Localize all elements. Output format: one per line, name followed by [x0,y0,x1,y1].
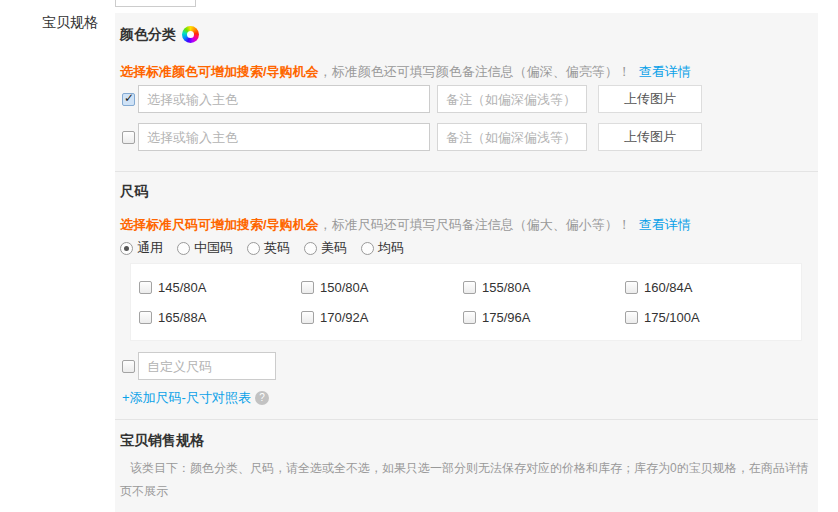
color-row: 上传图片 [120,85,818,113]
color-section-header: 颜色分类 [120,13,818,43]
size-label: 155/80A [482,280,530,295]
help-question-icon[interactable]: ? [255,391,269,405]
size-checkbox[interactable] [625,311,638,324]
size-option[interactable]: 175/96A [463,310,625,325]
radio-label: 中国码 [194,239,233,257]
add-size-chart-row: +添加尺码-尺寸对照表 ? [122,389,818,407]
color-category-section: 颜色分类 选择标准颜色可增加搜索/导购机会，标准颜色还可填写颜色备注信息（偏深、… [115,13,818,151]
size-standard-radios: 通用 中国码 英码 美码 均码 [120,239,818,257]
color-section-title: 颜色分类 [120,25,176,43]
size-label: 175/100A [644,310,700,325]
size-tip-highlight: 选择标准尺码可增加搜索/导购机会 [120,217,319,232]
color-row-checkbox[interactable] [122,93,135,106]
radio-standard-onesize[interactable]: 均码 [361,239,404,257]
add-size-chart-link[interactable]: +添加尺码-尺寸对照表 [122,389,251,407]
size-label: 150/80A [320,280,368,295]
size-section-header: 尺码 [120,172,818,200]
size-checkbox[interactable] [139,311,152,324]
color-view-details-link[interactable]: 查看详情 [639,64,691,79]
color-tip-text: ，标准颜色还可填写颜色备注信息（偏深、偏亮等）！ [319,64,631,79]
radio-standard-us[interactable]: 美码 [304,239,347,257]
radio-standard-uk[interactable]: 英码 [247,239,290,257]
radio-icon[interactable] [120,242,133,255]
color-main-input[interactable] [138,123,430,151]
radio-icon[interactable] [177,242,190,255]
size-option[interactable]: 175/100A [625,310,787,325]
upload-image-button[interactable]: 上传图片 [598,123,702,151]
size-view-details-link[interactable]: 查看详情 [639,217,691,232]
radio-label: 通用 [137,239,163,257]
radio-icon[interactable] [304,242,317,255]
size-label: 145/80A [158,280,206,295]
size-grid-row: 165/88A 170/92A 175/96A 175/100A [139,302,801,332]
size-option[interactable]: 160/84A [625,280,787,295]
size-options-box: 145/80A 150/80A 155/80A 160/84A [130,263,802,341]
size-label: 175/96A [482,310,530,325]
size-label: 170/92A [320,310,368,325]
radio-standard-china[interactable]: 中国码 [177,239,233,257]
size-tip-text: ，标准尺码还可填写尺码备注信息（偏大、偏小等）！ [319,217,631,232]
size-checkbox[interactable] [139,281,152,294]
size-checkbox[interactable] [301,281,314,294]
color-wheel-icon [182,26,199,43]
size-tip: 选择标准尺码可增加搜索/导购机会，标准尺码还可填写尺码备注信息（偏大、偏小等）！… [120,216,818,234]
upload-image-button[interactable]: 上传图片 [598,85,702,113]
color-main-input[interactable] [138,85,430,113]
sales-section-title: 宝贝销售规格 [120,431,204,449]
spec-section-label: 宝贝规格 [42,14,98,32]
sales-section-header: 宝贝销售规格 [120,420,818,449]
color-remark-input[interactable] [437,123,587,151]
color-tip-highlight: 选择标准颜色可增加搜索/导购机会 [120,64,319,79]
size-grid-row: 145/80A 150/80A 155/80A 160/84A [139,272,801,302]
size-label: 165/88A [158,310,206,325]
radio-label: 美码 [321,239,347,257]
color-remark-input[interactable] [437,85,587,113]
color-tip: 选择标准颜色可增加搜索/导购机会，标准颜色还可填写颜色备注信息（偏深、偏亮等）！… [120,63,818,81]
size-section: 尺码 选择标准尺码可增加搜索/导购机会，标准尺码还可填写尺码备注信息（偏大、偏小… [115,172,818,407]
size-option[interactable]: 155/80A [463,280,625,295]
size-checkbox[interactable] [625,281,638,294]
radio-icon[interactable] [247,242,260,255]
top-partial-input[interactable] [115,0,196,7]
custom-size-row [120,352,818,380]
size-section-title: 尺码 [120,182,148,200]
size-option[interactable]: 165/88A [139,310,301,325]
size-checkbox[interactable] [301,311,314,324]
sales-note: 该类目下：颜色分类、尺码，请全选或全不选，如果只选一部分则无法保存对应的价格和库… [120,457,812,503]
color-row: 上传图片 [120,123,818,151]
sales-spec-section: 宝贝销售规格 该类目下：颜色分类、尺码，请全选或全不选，如果只选一部分则无法保存… [115,420,818,503]
radio-icon[interactable] [361,242,374,255]
size-option[interactable]: 150/80A [301,280,463,295]
custom-size-checkbox[interactable] [122,360,135,373]
spec-panel: 颜色分类 选择标准颜色可增加搜索/导购机会，标准颜色还可填写颜色备注信息（偏深、… [115,13,818,512]
size-option[interactable]: 170/92A [301,310,463,325]
radio-standard-common[interactable]: 通用 [120,239,163,257]
color-row-checkbox[interactable] [122,131,135,144]
size-option[interactable]: 145/80A [139,280,301,295]
radio-label: 均码 [378,239,404,257]
size-checkbox[interactable] [463,281,476,294]
radio-label: 英码 [264,239,290,257]
size-label: 160/84A [644,280,692,295]
custom-size-input[interactable] [138,352,276,380]
size-checkbox[interactable] [463,311,476,324]
